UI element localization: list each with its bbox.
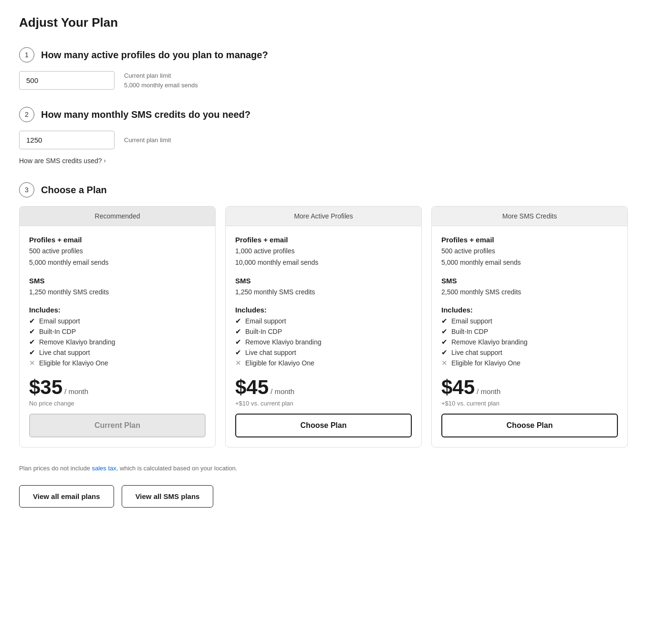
price-block: $35 / month No price change: [29, 376, 206, 407]
email-profiles: 500 active profiles: [29, 246, 206, 256]
check-icon: ✔: [29, 348, 35, 357]
check-icon: ✔: [235, 327, 241, 336]
price-note: No price change: [29, 400, 206, 407]
feature-item: ✔ Live chat support: [441, 348, 618, 357]
includes-label: Includes:: [235, 306, 412, 314]
feature-item: ✕ Eligible for Klaviyo One: [29, 359, 206, 367]
check-icon: ✔: [29, 327, 35, 336]
plan-header: More Active Profiles: [226, 207, 421, 226]
sms-label: SMS: [441, 277, 618, 285]
x-icon: ✕: [441, 359, 448, 367]
plan-body: Profiles + email 500 active profiles 5,0…: [432, 226, 627, 447]
step2-title: How many monthly SMS credits do you need…: [41, 109, 250, 120]
includes-block: Includes: ✔ Email support ✔ Built-In CDP…: [441, 306, 618, 367]
feature-item: ✔ Remove Klaviyo branding: [441, 338, 618, 346]
check-icon: ✔: [441, 317, 448, 325]
check-icon: ✔: [235, 348, 241, 357]
page-title: Adjust Your Plan: [19, 15, 628, 30]
plan-header: Recommended: [20, 207, 215, 226]
email-sends: 5,000 monthly email sends: [29, 257, 206, 268]
email-sends: 5,000 monthly email sends: [441, 257, 618, 268]
x-icon: ✕: [235, 359, 241, 367]
step1-header: 1 How many active profiles do you plan t…: [19, 47, 628, 62]
plan-card-1: More Active Profiles Profiles + email 1,…: [225, 206, 422, 447]
includes-label: Includes:: [441, 306, 618, 314]
email-block: Profiles + email 500 active profiles 5,0…: [29, 236, 206, 268]
feature-item: ✔ Email support: [29, 317, 206, 325]
email-label: Profiles + email: [441, 236, 618, 244]
sms-credits: 1,250 monthly SMS credits: [235, 287, 412, 297]
check-icon: ✔: [235, 338, 241, 346]
feature-item: ✔ Built-In CDP: [441, 327, 618, 336]
step2-hint: Current plan limit: [124, 135, 171, 145]
check-icon: ✔: [235, 317, 241, 325]
sms-credits-input[interactable]: [19, 131, 115, 149]
includes-block: Includes: ✔ Email support ✔ Built-In CDP…: [29, 306, 206, 367]
price-block: $45 / month +$10 vs. current plan: [441, 376, 618, 407]
feature-item: ✕ Eligible for Klaviyo One: [441, 359, 618, 367]
bottom-buttons: View all email plansView all SMS plans: [19, 485, 628, 508]
feature-item: ✔ Live chat support: [235, 348, 412, 357]
price-main: $45 / month: [441, 376, 618, 399]
plan-body: Profiles + email 500 active profiles 5,0…: [20, 226, 215, 447]
step1-section: 1 How many active profiles do you plan t…: [19, 47, 628, 90]
feature-item: ✔ Email support: [441, 317, 618, 325]
plan-button[interactable]: Choose Plan: [235, 414, 412, 437]
price-dollar: $45: [235, 376, 269, 399]
plan-button[interactable]: Choose Plan: [441, 414, 618, 437]
sales-tax-link[interactable]: sales tax: [92, 465, 116, 472]
chevron-right-icon: ›: [104, 157, 106, 164]
check-icon: ✔: [29, 338, 35, 346]
feature-item: ✔ Remove Klaviyo branding: [235, 338, 412, 346]
check-icon: ✔: [29, 317, 35, 325]
email-profiles: 1,000 active profiles: [235, 246, 412, 256]
sms-block: SMS 2,500 monthly SMS credits: [441, 277, 618, 297]
bottom-btn-1[interactable]: View all SMS plans: [122, 485, 214, 508]
step2-header: 2 How many monthly SMS credits do you ne…: [19, 107, 628, 122]
sms-label: SMS: [29, 277, 206, 285]
plan-body: Profiles + email 1,000 active profiles 1…: [226, 226, 421, 447]
price-dollar: $45: [441, 376, 475, 399]
price-block: $45 / month +$10 vs. current plan: [235, 376, 412, 407]
x-icon: ✕: [29, 359, 35, 367]
step1-hint: Current plan limit 5,000 monthly email s…: [124, 71, 198, 90]
email-label: Profiles + email: [29, 236, 206, 244]
email-label: Profiles + email: [235, 236, 412, 244]
price-note: +$10 vs. current plan: [235, 400, 412, 407]
price-period: / month: [477, 387, 501, 395]
price-period: / month: [271, 387, 294, 395]
feature-item: ✔ Live chat support: [29, 348, 206, 357]
step1-circle: 1: [19, 47, 34, 62]
plan-card-0: Recommended Profiles + email 500 active …: [19, 206, 216, 447]
bottom-btn-0[interactable]: View all email plans: [19, 485, 114, 508]
price-main: $35 / month: [29, 376, 206, 399]
tax-note: Plan prices do not include sales tax, wh…: [19, 465, 628, 472]
feature-item: ✔ Remove Klaviyo branding: [29, 338, 206, 346]
check-icon: ✔: [441, 338, 448, 346]
email-block: Profiles + email 1,000 active profiles 1…: [235, 236, 412, 268]
step3-section: 3 Choose a Plan Recommended Profiles + e…: [19, 182, 628, 447]
sms-label: SMS: [235, 277, 412, 285]
check-icon: ✔: [441, 327, 448, 336]
step3-header: 3 Choose a Plan: [19, 182, 628, 197]
sms-block: SMS 1,250 monthly SMS credits: [29, 277, 206, 297]
step2-input-row: Current plan limit: [19, 131, 628, 149]
email-sends: 10,000 monthly email sends: [235, 257, 412, 268]
price-dollar: $35: [29, 376, 63, 399]
includes-label: Includes:: [29, 306, 206, 314]
plan-card-2: More SMS Credits Profiles + email 500 ac…: [431, 206, 628, 447]
plan-header: More SMS Credits: [432, 207, 627, 226]
email-block: Profiles + email 500 active profiles 5,0…: [441, 236, 618, 268]
sms-block: SMS 1,250 monthly SMS credits: [235, 277, 412, 297]
plans-grid: Recommended Profiles + email 500 active …: [19, 206, 628, 447]
step2-circle: 2: [19, 107, 34, 122]
email-profiles: 500 active profiles: [441, 246, 618, 256]
feature-item: ✔ Built-In CDP: [29, 327, 206, 336]
price-note: +$10 vs. current plan: [441, 400, 618, 407]
sms-credits: 1,250 monthly SMS credits: [29, 287, 206, 297]
profiles-input[interactable]: [19, 71, 115, 90]
sms-credits-link[interactable]: How are SMS credits used? ›: [19, 157, 106, 165]
price-main: $45 / month: [235, 376, 412, 399]
step1-title: How many active profiles do you plan to …: [41, 50, 268, 61]
step3-title: Choose a Plan: [41, 185, 107, 196]
